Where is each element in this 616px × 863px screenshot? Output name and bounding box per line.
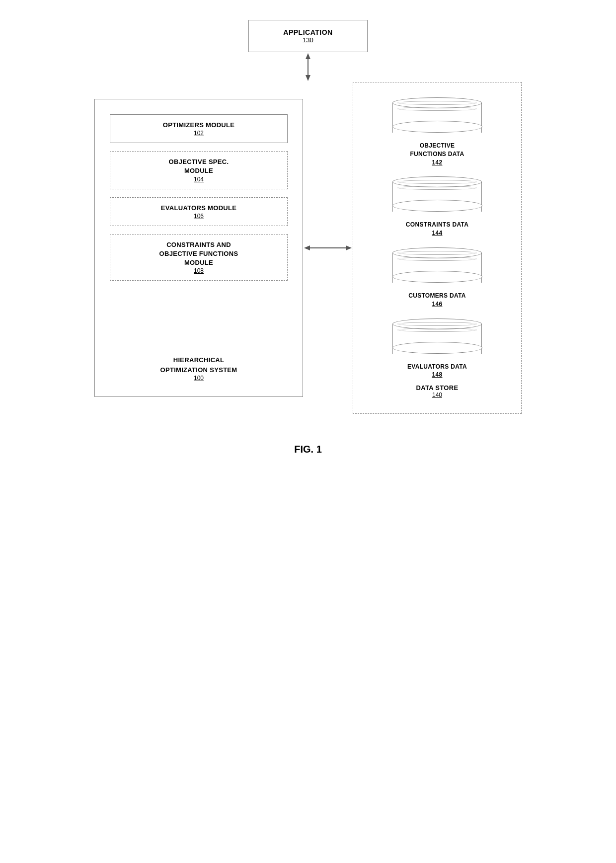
cylinder-body-cust [392,247,482,283]
datastore-items: OBJECTIVEFUNCTIONS DATA 142 [368,97,506,379]
constraints-data-ref: 144 [406,229,468,237]
customers-data-label: CUSTOMERS DATA 146 [408,292,466,309]
evaluators-module: EVALUATORS MODULE 106 [110,197,288,226]
constraints-cylinder: CONSTRAINTS DATA 144 [368,176,506,237]
evaluators-ref: 106 [118,213,279,220]
datastore-box: OBJECTIVEFUNCTIONS DATA 142 [353,82,522,414]
svg-marker-4 [346,245,352,250]
evaluators-data-label: EVALUATORS DATA 148 [407,363,467,380]
application-box: APPLICATION 130 [248,20,368,52]
datastore-ref: 140 [368,392,506,398]
optimizers-ref: 102 [118,130,279,137]
cylinder-body-con [392,176,482,212]
evaluators-data-ref: 148 [407,371,467,379]
cylinder-top-obj [392,97,482,108]
cylinder-top-cust [392,247,482,258]
cylinder-top-con [392,176,482,187]
cylinder-body-eval [392,318,482,354]
figure-label: FIG. 1 [294,444,322,455]
system-label-area: HIERARCHICALOPTIMIZATION SYSTEM 100 [110,355,288,382]
datastore-label-area: DATA STORE 140 [368,384,506,398]
system-label: HIERARCHICALOPTIMIZATION SYSTEM [110,355,288,375]
constraints-label: CONSTRAINTS ANDOBJECTIVE FUNCTIONSMODULE [118,240,279,268]
cylinder-body-obj [392,97,482,133]
customers-cylinder: CUSTOMERS DATA 146 [368,247,506,309]
vertical-arrow [301,52,315,82]
system-modules: OPTIMIZERS MODULE 102 OBJECTIVE SPEC.MOD… [110,114,288,281]
diagram: APPLICATION 130 OPTIMIZERS MODULE 102 [35,20,581,455]
objective-spec-label: OBJECTIVE SPEC.MODULE [118,157,279,175]
system-box: OPTIMIZERS MODULE 102 OBJECTIVE SPEC.MOD… [94,99,303,397]
constraints-ref: 108 [118,267,279,274]
objective-functions-cylinder: OBJECTIVEFUNCTIONS DATA 142 [368,97,506,166]
evaluators-label: EVALUATORS MODULE [118,204,279,213]
application-ref: 130 [269,36,347,44]
horizontal-arrow [303,240,353,255]
obj-functions-ref: 142 [410,158,464,167]
customers-data-ref: 146 [408,300,466,309]
evaluators-cylinder: EVALUATORS DATA 148 [368,318,506,380]
constraints-module: CONSTRAINTS ANDOBJECTIVE FUNCTIONSMODULE… [110,234,288,281]
constraints-data-label: CONSTRAINTS DATA 144 [406,221,468,237]
svg-marker-1 [306,75,310,81]
optimizers-module: OPTIMIZERS MODULE 102 [110,114,288,143]
objective-spec-module: OBJECTIVE SPEC.MODULE 104 [110,151,288,189]
main-row: OPTIMIZERS MODULE 102 OBJECTIVE SPEC.MOD… [35,82,581,414]
obj-functions-label: OBJECTIVEFUNCTIONS DATA 142 [410,142,464,166]
svg-marker-3 [304,245,310,250]
svg-marker-0 [306,53,310,59]
objective-spec-ref: 104 [118,176,279,183]
datastore-label: DATA STORE [368,384,506,392]
optimizers-label: OPTIMIZERS MODULE [118,121,279,130]
application-label: APPLICATION [269,28,347,36]
cylinder-top-eval [392,318,482,329]
system-ref: 100 [110,375,288,382]
